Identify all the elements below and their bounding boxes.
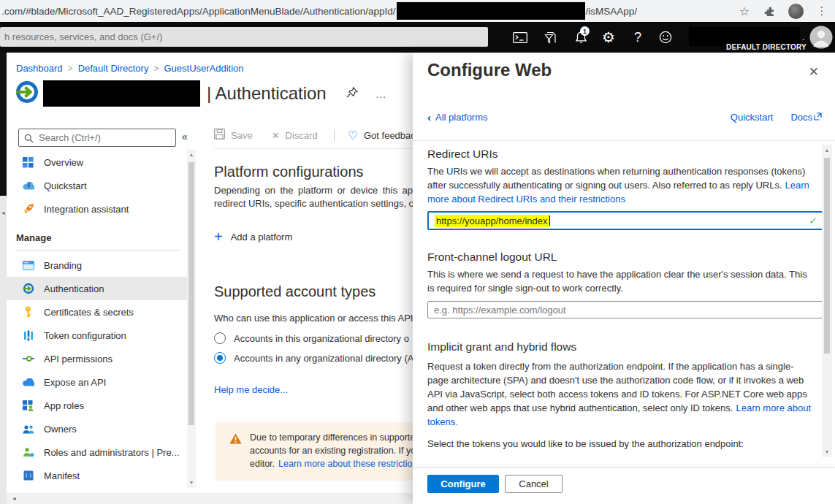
scrollbar-thumb[interactable] (188, 162, 194, 425)
radio-checked-icon[interactable] (214, 352, 226, 364)
cancel-button[interactable]: Cancel (505, 475, 563, 493)
sidebar-item-app-roles[interactable]: App roles (7, 394, 187, 417)
cloud-shell-icon[interactable] (509, 22, 531, 53)
docs-link[interactable]: Docs (790, 112, 822, 123)
divider (214, 148, 413, 149)
integration-assistant-icon (22, 203, 34, 215)
save-icon (214, 129, 225, 142)
help-me-decide-link[interactable]: Help me decide... (214, 384, 288, 395)
sidebar-item-api-permissions[interactable]: API permissions (7, 347, 187, 370)
redirect-uri-input[interactable]: https://youapp/home/index ✓ (427, 211, 825, 230)
url-text[interactable]: .com/#blade/Microsoft_AAD_RegisteredApps… (1, 2, 637, 20)
branding-icon (22, 261, 34, 270)
radio-option-this-directory[interactable]: Accounts in this organizational director… (214, 332, 415, 344)
bookmark-star-icon[interactable]: ☆ (736, 0, 753, 22)
scroll-left-icon[interactable]: ◄ (12, 496, 17, 501)
more-options-icon[interactable]: … (375, 88, 387, 100)
app-roles-icon (22, 400, 34, 411)
breadcrumb: Dashboard>Default Directory>GuestUserAdd… (16, 63, 244, 74)
browser-profile-avatar[interactable] (787, 0, 804, 22)
sidebar-item-token-configuration[interactable]: Token configuration (7, 324, 187, 347)
add-platform-button[interactable]: + Add a platform (214, 229, 292, 244)
help-icon[interactable]: ? (627, 22, 649, 53)
radio-dot (217, 355, 223, 361)
browser-address-bar[interactable]: .com/#blade/Microsoft_AAD_RegisteredApps… (0, 0, 835, 22)
scroll-up-icon[interactable]: ▲ (822, 148, 832, 153)
close-icon[interactable]: ✕ (809, 64, 819, 80)
url-prefix: .com/#blade/Microsoft_AAD_RegisteredApps… (1, 6, 396, 17)
sidebar-item-branding[interactable]: Branding (7, 253, 187, 277)
redacted-app-id (397, 2, 585, 20)
url-suffix: /isMSAApp/ (586, 6, 638, 17)
save-button[interactable]: Save (214, 129, 253, 142)
heart-icon: ♡ (348, 129, 358, 142)
directory-label: DEFAULT DIRECTORY (726, 43, 807, 51)
edge-collapse-arrow-icon[interactable]: ◄ (1, 210, 6, 215)
account-types-question: Who can use this application or access t… (214, 313, 413, 324)
breadcrumb-separator: > (148, 64, 164, 74)
notification-badge: 1 (580, 26, 590, 36)
sidebar-item-authentication[interactable]: Authentication (7, 277, 187, 300)
text-caret (549, 215, 550, 226)
sidebar-item-expose-an-api[interactable]: Expose an API (7, 370, 187, 394)
scroll-down-icon[interactable]: ▼ (187, 480, 196, 485)
app-registration-icon (15, 80, 39, 107)
global-search-input[interactable] (0, 27, 488, 47)
breadcrumb-guestuseraddition[interactable]: GuestUserAddition (164, 63, 243, 74)
sidebar-scrollbar[interactable]: ▲ ▼ (187, 149, 196, 488)
panel-scrollbar[interactable]: ▲ ▼ (822, 145, 832, 457)
sidebar-item-overview[interactable]: Overview (7, 150, 187, 174)
notifications-bell-icon[interactable]: 1 (570, 22, 592, 53)
account-avatar[interactable] (809, 26, 833, 49)
manifest-icon (22, 470, 34, 481)
discard-button[interactable]: ✕ Discard (272, 130, 318, 141)
avatar (788, 4, 804, 19)
all-platforms-back-link[interactable]: ‹ All platforms (427, 111, 488, 123)
browser-menu-icon[interactable]: ⋮ (815, 0, 829, 22)
warning-text: Due to temporary differences in supporte… (250, 431, 413, 470)
redirect-uris-description: The URIs we will accept as destinations … (427, 164, 813, 206)
sidebar-search-input[interactable] (18, 129, 176, 147)
settings-gear-icon[interactable]: ⚙ (598, 22, 619, 53)
valid-check-icon: ✓ (809, 215, 817, 226)
platform-configurations-heading: Platform configurations (214, 164, 364, 180)
got-feedback-button[interactable]: ♡ Got feedback (348, 129, 421, 142)
screen: .com/#blade/Microsoft_AAD_RegisteredApps… (0, 0, 835, 504)
breadcrumb-separator: > (63, 64, 78, 74)
sidebar-item-roles-and-administrators[interactable]: Roles and administrators | Pre... (7, 440, 187, 464)
radio-option-any-directory[interactable]: Accounts in any organizational directory… (214, 352, 415, 364)
api-permissions-icon (22, 355, 34, 362)
page-title-row: | Authentication … (15, 79, 387, 108)
pin-icon[interactable] (346, 86, 358, 102)
configure-web-panel: Configure Web ✕ ‹ All platforms Quicksta… (413, 53, 835, 504)
sidebar-item-certificates-secrets[interactable]: Certificates & secrets (7, 300, 187, 324)
feedback-smiley-icon[interactable] (655, 22, 676, 53)
sidebar-item-manifest[interactable]: Manifest (7, 464, 187, 487)
sidebar-item-owners[interactable]: Owners (7, 417, 187, 440)
horizontal-scrollbar[interactable]: ◄ (7, 493, 413, 504)
directory-filter-icon[interactable] (540, 22, 562, 53)
scrollbar-thumb[interactable] (824, 158, 830, 354)
sidebar-item-integration-assistant[interactable]: Integration assistant (7, 197, 187, 221)
window-edge-dark (0, 53, 7, 196)
scroll-up-icon[interactable]: ▲ (187, 152, 196, 157)
discard-x-icon: ✕ (272, 130, 280, 141)
warning-banner: Due to temporary differences in supporte… (216, 422, 413, 481)
logout-url-input[interactable] (427, 301, 823, 318)
azure-top-bar: 1 ⚙ ? . DEFAULT DIRECTORY (0, 22, 835, 53)
sidebar-item-quickstart[interactable]: Quickstart (7, 174, 187, 197)
toolbar-divider (334, 129, 335, 141)
account-separator-dot: . (802, 32, 804, 42)
redacted-app-name (43, 80, 200, 107)
breadcrumb-default-directory[interactable]: Default Directory (78, 63, 149, 74)
quickstart-link[interactable]: Quickstart (731, 112, 774, 123)
configure-button[interactable]: Configure (427, 475, 499, 493)
scroll-down-icon[interactable]: ▼ (822, 449, 832, 454)
breadcrumb-dashboard[interactable]: Dashboard (16, 63, 63, 74)
extensions-puzzle-icon[interactable] (760, 0, 778, 22)
window-edge-light (0, 196, 7, 504)
panel-title: Configure Web (427, 60, 552, 80)
sidebar-collapse-icon[interactable]: « (182, 131, 188, 142)
radio-unchecked-icon[interactable] (214, 332, 226, 344)
restrictions-link[interactable]: Learn more about these restrictions. (278, 459, 413, 469)
